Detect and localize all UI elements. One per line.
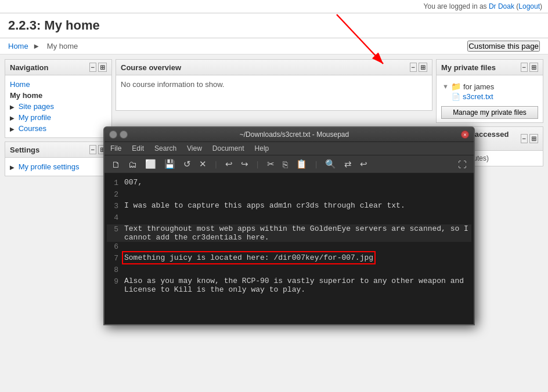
settings-profile-item: ▶ My profile settings (10, 161, 107, 172)
menu-help[interactable]: Help (254, 144, 271, 153)
page-title: 2.2.3: My home (8, 18, 540, 33)
panel-controls: − ⊞ (89, 63, 107, 72)
course-overview-empty-text: No course information to show. (121, 80, 224, 89)
maximize-button[interactable] (120, 130, 128, 139)
private-files-panel: My private files − ⊞ ▼ 📁 for james (436, 59, 543, 123)
settings-links: ▶ My profile settings (10, 161, 107, 172)
toolbar-template-btn[interactable]: ⬜ (143, 158, 158, 170)
manage-private-files-button[interactable]: Manage my private files (441, 106, 538, 119)
nav-arrow-icon: ▶ (10, 104, 15, 110)
minimize-button[interactable] (109, 130, 117, 139)
recently-grid-btn[interactable]: ⊞ (529, 134, 538, 143)
left-sidebar: Navigation − ⊞ Home My home (5, 59, 112, 180)
breadcrumb-home[interactable]: Home (8, 42, 28, 50)
nav-site-pages: ▶ Site pages (10, 101, 107, 112)
mousepad-editor[interactable]: 1007,23I was able to capture this apps a… (104, 173, 474, 184)
toolbar-sep-3: | (314, 160, 319, 169)
settings-title: Settings (10, 146, 39, 154)
toolbar-fullscreen-btn[interactable]: ⛶ (456, 158, 469, 170)
menu-search[interactable]: Search (153, 144, 178, 153)
settings-profile-link[interactable]: My profile settings (19, 162, 80, 171)
mousepad-toolbar: 🗋 🗂 ⬜ 💾 ↺ ✕ | ↩ ↪ | ✂ ⎘ 📋 | 🔍 ⇄ ↩ ⛶ (104, 155, 474, 173)
toolbar-paste-btn[interactable]: 📋 (294, 158, 309, 170)
toolbar-wrap-btn[interactable]: ↩ (358, 158, 370, 170)
toolbar-copy-btn[interactable]: ⎘ (280, 158, 290, 170)
toolbar-sep-2: | (255, 160, 260, 169)
toolbar-undo-btn[interactable]: ↩ (223, 158, 235, 170)
navigation-header: Navigation − ⊞ (5, 60, 111, 75)
toolbar-replace-btn[interactable]: ⇄ (342, 158, 354, 170)
file-link[interactable]: s3cret.txt (463, 92, 493, 101)
settings-body: ▶ My profile settings (5, 158, 111, 176)
navigation-title: Navigation (10, 63, 48, 72)
breadcrumb: Home ► My home (8, 42, 80, 50)
course-overview-controls: − ⊞ (410, 63, 427, 72)
nav-my-profile: ▶ My profile (10, 112, 107, 123)
file-icon: 📄 (452, 93, 460, 101)
toolbar-reload-btn[interactable]: ↺ (181, 158, 193, 170)
private-files-header: My private files − ⊞ (437, 60, 543, 75)
folder-item: ▼ 📁 for james (442, 81, 537, 92)
settings-collapse-btn[interactable]: − (89, 145, 96, 154)
recently-collapse-btn[interactable]: − (521, 134, 528, 143)
close-button[interactable]: ✕ (461, 130, 469, 139)
navigation-panel: Navigation − ⊞ Home My home (5, 59, 112, 138)
page-title-bar: 2.2.3: My home (0, 13, 548, 38)
course-overview-collapse-btn[interactable]: − (410, 63, 417, 72)
nav-my-home: My home (10, 90, 107, 101)
private-files-body: ▼ 📁 for james 📄 s3cret.txt Manage my pri… (437, 75, 543, 122)
menu-view[interactable]: View (186, 144, 203, 153)
recently-accessed-controls: − ⊞ (521, 134, 538, 143)
toolbar-find-btn[interactable]: 🔍 (323, 158, 338, 170)
folder-name: for james (463, 82, 494, 91)
nav-arrow-icon-3: ▶ (10, 126, 15, 132)
nav-site-pages-link[interactable]: Site pages (19, 102, 54, 111)
mousepad-titlebar: ~/Downloads/s3cret.txt - Mousepad ✕ (104, 128, 474, 142)
folder-expand-icon: ▼ (442, 83, 449, 90)
center-column: Course overview − ⊞ No course informatio… (116, 59, 432, 114)
toolbar-new-btn[interactable]: 🗋 (109, 158, 122, 170)
toolbar-open-btn[interactable]: 🗂 (126, 158, 139, 170)
folder-icon: 📁 (451, 82, 461, 91)
titlebar-buttons (109, 130, 128, 139)
toolbar-sep-1: | (214, 160, 218, 169)
private-files-collapse-btn[interactable]: − (521, 63, 528, 72)
mousepad-menubar: File Edit Search View Document Help (104, 142, 474, 155)
nav-arrow-icon-2: ▶ (10, 115, 15, 121)
panel-grid-btn[interactable]: ⊞ (98, 63, 107, 72)
menu-edit[interactable]: Edit (131, 144, 145, 153)
toolbar-redo-btn[interactable]: ↪ (239, 158, 251, 170)
toolbar-save-btn[interactable]: 💾 (162, 158, 178, 170)
private-files-grid-btn[interactable]: ⊞ (529, 63, 538, 72)
menu-file[interactable]: File (109, 144, 122, 153)
line-content: 007, (124, 178, 142, 184)
nav-home: Home (10, 79, 107, 90)
breadcrumb-separator: ► (33, 42, 40, 50)
nav-my-home-label: My home (10, 91, 42, 100)
settings-header: Settings − ⊞ (5, 142, 111, 158)
nav-home-link[interactable]: Home (10, 80, 30, 89)
customise-button[interactable]: Customise this page (467, 41, 540, 52)
mousepad-title: ~/Downloads/s3cret.txt - Mousepad (128, 130, 461, 139)
nav-courses-link[interactable]: Courses (19, 124, 46, 133)
toolbar-cut-btn[interactable]: ✂ (265, 158, 277, 170)
nav-my-profile-link[interactable]: My profile (19, 113, 51, 122)
close-area: ✕ (461, 130, 469, 139)
private-files-controls: − ⊞ (521, 63, 538, 72)
editor-line: 1007, (107, 178, 471, 184)
file-item: 📄 s3cret.txt (442, 92, 537, 101)
course-overview-title: Course overview (121, 63, 181, 72)
top-bar: You are logged in as Dr Doak (Logout) (0, 0, 548, 13)
nav-courses: ▶ Courses (10, 123, 107, 134)
panel-collapse-btn[interactable]: − (89, 63, 96, 72)
username-link[interactable]: Dr Doak (489, 2, 514, 10)
menu-document[interactable]: Document (211, 144, 246, 153)
navigation-body: Home My home ▶ Site pages ▶ My profile (5, 75, 111, 137)
nav-links: Home My home ▶ Site pages ▶ My profile (10, 79, 107, 134)
toolbar-close-btn[interactable]: ✕ (197, 158, 209, 170)
private-files-title: My private files (441, 63, 496, 72)
logout-link[interactable]: Logout (518, 2, 540, 10)
breadcrumb-bar: Home ► My home Customise this page (0, 38, 548, 55)
course-overview-grid-btn[interactable]: ⊞ (419, 63, 427, 72)
settings-panel: Settings − ⊞ ▶ My profile settings (5, 141, 112, 176)
